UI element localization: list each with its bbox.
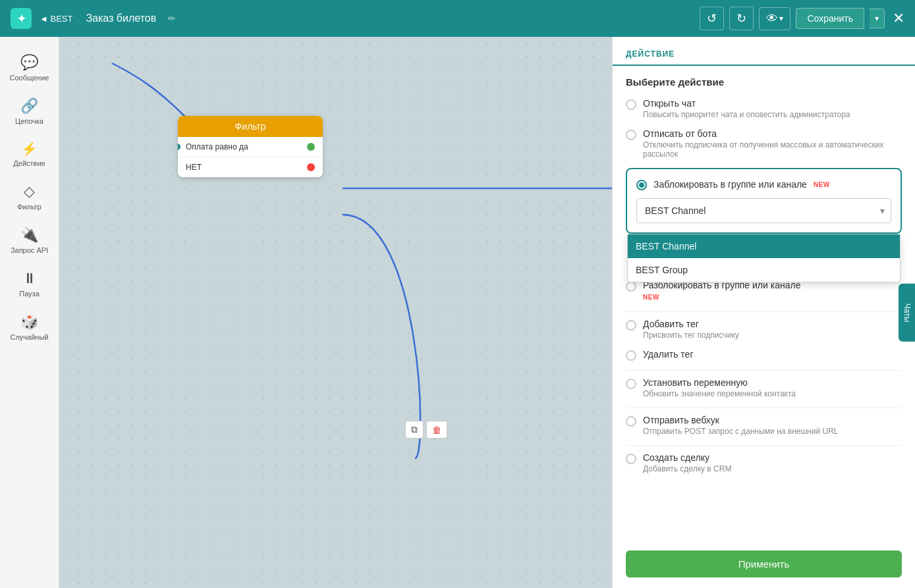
radio-unsubscribe[interactable] [626, 130, 636, 140]
option-add-tag-text: Добавить тег Присвоить тег подписчику [643, 319, 739, 340]
block-new-badge: NEW [814, 181, 830, 188]
eye-icon: 👁 [766, 12, 778, 26]
sidebar-item-action[interactable]: ⚡ Действие [4, 134, 55, 174]
radio-webhook[interactable] [626, 416, 636, 427]
main-layout: 💬 Сообщение 🔗 Цепочка ⚡ Действие ◇ Фильт… [0, 37, 915, 588]
option-create-deal-desc: Добавить сделку в CRM [643, 464, 731, 473]
option-unblock[interactable]: Разблокировать в группе или канале NEW [626, 280, 902, 302]
option-webhook-text: Отправить вебхук Отправить POST запрос с… [643, 415, 838, 436]
divider-1 [626, 311, 902, 312]
option-open-chat[interactable]: Открыть чат Повысить приоритет чата и оп… [626, 98, 902, 119]
option-block-label: Заблокировать в группе или канале [653, 179, 807, 190]
canvas[interactable]: Фильтр Оплата равно да НЕТ Действие Забл… [59, 37, 612, 588]
filter-row-yes: Оплата равно да [178, 137, 323, 157]
close-button[interactable]: ✕ [893, 10, 904, 27]
connection-lines [59, 37, 612, 588]
option-remove-tag[interactable]: Удалить тег [626, 349, 902, 361]
divider-2 [626, 370, 902, 371]
sidebar-label-random: Случайный [11, 333, 49, 341]
option-add-tag-desc: Присвоить тег подписчику [643, 331, 739, 340]
filter-connector-no [307, 163, 315, 171]
option-webhook-desc: Отправить POST запрос с данными на внешн… [643, 427, 838, 436]
radio-set-var[interactable] [626, 379, 636, 389]
header-left: ✦ ◄ BEST Заказ билетов ✏ [11, 8, 176, 29]
save-button[interactable]: Сохранить [796, 8, 864, 29]
edit-icon[interactable]: ✏ [168, 13, 176, 24]
copy-action-button[interactable]: ⧉ [405, 421, 424, 439]
dropdown-item-best-group[interactable]: BEST Group [628, 258, 900, 282]
filter-node: Фильтр Оплата равно да НЕТ [178, 116, 323, 177]
view-dropdown-icon: ▾ [779, 14, 783, 23]
radio-create-deal[interactable] [626, 454, 636, 464]
page-title: Заказ билетов [86, 13, 156, 24]
option-create-deal-label: Создать сделку [643, 452, 731, 463]
option-webhook-label: Отправить вебхук [643, 415, 838, 425]
sidebar-item-api[interactable]: 🔌 Запрос API [4, 220, 55, 261]
back-button[interactable]: ◄ BEST [40, 14, 72, 24]
undo-button[interactable]: ↺ [700, 7, 724, 30]
radio-add-tag[interactable] [626, 320, 636, 331]
sidebar-label-api: Запрос API [11, 246, 48, 254]
option-set-var[interactable]: Установить переменную Обновить значение … [626, 377, 902, 398]
dropdown-item-best-channel[interactable]: BEST Channel [628, 234, 900, 258]
option-open-chat-text: Открыть чат Повысить приоритет чата и оп… [643, 98, 850, 119]
radio-block[interactable] [636, 180, 647, 190]
option-remove-tag-text: Удалить тег [643, 349, 694, 360]
option-add-tag-label: Добавить тег [643, 319, 739, 329]
option-unsubscribe-desc: Отключить подписчика от получения массов… [643, 140, 902, 159]
sidebar-item-pause[interactable]: ⏸ Пауза [4, 263, 55, 304]
option-unsubscribe[interactable]: Отписать от бота Отключить подписчика от… [626, 128, 902, 159]
sidebar-label-filter: Фильтр [17, 203, 42, 211]
panel-header: ДЕЙСТВИЕ [613, 37, 915, 66]
filter-row-no: НЕТ [178, 157, 323, 177]
header: ✦ ◄ BEST Заказ билетов ✏ ↺ ↻ 👁 ▾ Сохрани… [0, 0, 915, 37]
option-set-var-label: Установить переменную [643, 377, 796, 388]
random-icon: 🎲 [20, 313, 38, 331]
option-webhook[interactable]: Отправить вебхук Отправить POST запрос с… [626, 415, 902, 436]
sidebar-item-random[interactable]: 🎲 Случайный [4, 307, 55, 348]
divider-3 [626, 408, 902, 408]
filter-row-yes-text: Оплата равно да [186, 142, 248, 151]
filter-connector-yes [307, 143, 315, 151]
filter-row-no-text: НЕТ [186, 163, 202, 172]
option-open-chat-desc: Повысить приоритет чата и оповестить адм… [643, 110, 850, 119]
action-toolbar: ⧉ 🗑 [405, 421, 447, 439]
panel-section-header: ДЕЙСТВИЕ [626, 49, 675, 59]
redo-button[interactable]: ↻ [729, 7, 754, 30]
radio-open-chat[interactable] [626, 99, 636, 110]
option-set-var-text: Установить переменную Обновить значение … [643, 377, 796, 398]
option-unblock-text: Разблокировать в группе или канале NEW [643, 280, 800, 302]
radio-remove-tag[interactable] [626, 350, 636, 361]
sidebar-item-message[interactable]: 💬 Сообщение [4, 47, 55, 88]
channel-dropdown-wrapper: BEST Channel BEST Group ▾ [636, 198, 891, 223]
right-panel: ДЕЙСТВИЕ Выберите действие Открыть чат П… [612, 37, 915, 588]
sidebar-label-action: Действие [13, 159, 45, 167]
option-create-deal[interactable]: Создать сделку Добавить сделку в CRM [626, 452, 902, 473]
view-button[interactable]: 👁 ▾ [759, 7, 790, 30]
option-add-tag[interactable]: Добавить тег Присвоить тег подписчику [626, 319, 902, 340]
radio-unblock[interactable] [626, 281, 636, 292]
option-unsubscribe-label: Отписать от бота [643, 128, 902, 139]
divider-4 [626, 445, 902, 446]
chain-icon: 🔗 [20, 97, 38, 115]
channel-dropdown[interactable]: BEST Channel BEST Group [636, 198, 891, 223]
filter-icon: ◇ [24, 183, 35, 200]
chats-tab[interactable]: Чаты [899, 283, 915, 342]
option-set-var-desc: Обновить значение переменной контакта [643, 389, 796, 398]
sidebar-item-chain[interactable]: 🔗 Цепочка [4, 91, 55, 132]
filter-node-header: Фильтр [178, 116, 323, 137]
save-dropdown-button[interactable]: ▾ [870, 9, 885, 28]
apply-button[interactable]: Применить [626, 550, 902, 577]
panel-section-title: Выберите действие [626, 76, 902, 88]
api-icon: 🔌 [20, 227, 38, 244]
option-create-deal-text: Создать сделку Добавить сделку в CRM [643, 452, 731, 473]
delete-action-button[interactable]: 🗑 [426, 421, 447, 439]
sidebar-label-chain: Цепочка [15, 117, 43, 125]
option-unsubscribe-text: Отписать от бота Отключить подписчика от… [643, 128, 902, 159]
header-right: ↺ ↻ 👁 ▾ Сохранить ▾ ✕ [700, 7, 904, 30]
pause-icon: ⏸ [22, 270, 37, 287]
sidebar-item-filter[interactable]: ◇ Фильтр [4, 176, 55, 217]
panel-content: Выберите действие Открыть чат Повысить п… [613, 66, 915, 540]
option-block-container: Заблокировать в группе или канале NEW BE… [626, 168, 902, 234]
sidebar: 💬 Сообщение 🔗 Цепочка ⚡ Действие ◇ Фильт… [0, 37, 59, 588]
